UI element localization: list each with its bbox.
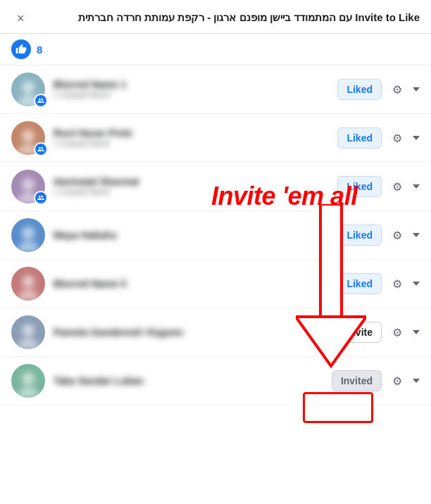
- avatar-wrap: [11, 315, 45, 349]
- dropdown-arrow-icon[interactable]: [413, 136, 420, 140]
- avatar-wrap: [11, 121, 45, 155]
- gear-button[interactable]: ⚙: [387, 274, 407, 294]
- action-area: Liked⚙: [337, 79, 420, 100]
- user-row: Maya HabahuLiked⚙: [0, 211, 431, 260]
- user-name: Roni Havar Pretz: [54, 127, 337, 139]
- user-info: Taka Sandar Luban: [54, 375, 332, 386]
- user-row: Taka Sandar LubanInvited⚙: [0, 357, 431, 405]
- liked-button[interactable]: Liked: [337, 127, 382, 149]
- gear-button[interactable]: ⚙: [387, 322, 407, 342]
- dropdown-arrow-icon[interactable]: [413, 330, 420, 334]
- user-info: Havivatal Sharmat1 mutual friend: [54, 176, 337, 197]
- avatar: [11, 218, 45, 252]
- avatar-wrap: [11, 267, 45, 301]
- avatar: [11, 315, 45, 349]
- user-info: Pamela Ganderesh Vizgunn: [54, 327, 337, 338]
- gear-button[interactable]: ⚙: [387, 177, 407, 196]
- gear-button[interactable]: ⚙: [387, 128, 407, 148]
- dropdown-arrow-icon[interactable]: [413, 282, 420, 286]
- close-button[interactable]: ×: [17, 11, 25, 26]
- action-area: Invite⚙: [337, 322, 420, 343]
- user-name: Blurred Name 1: [54, 79, 337, 90]
- action-area: Liked⚙: [337, 273, 420, 294]
- avatar-wrap: [11, 170, 45, 203]
- dropdown-arrow-icon[interactable]: [413, 87, 420, 92]
- avatar: [11, 364, 45, 398]
- user-name: Blurred Name 5: [54, 278, 337, 289]
- user-info: Blurred Name 11 mutual friend: [54, 79, 337, 100]
- user-name: Maya Habahu: [54, 229, 337, 241]
- dropdown-arrow-icon[interactable]: [413, 233, 420, 237]
- friend-badge-icon: [34, 142, 48, 156]
- dialog-title: Invite to Like עם המתמודד ביישן מופנם אר…: [78, 10, 420, 25]
- action-area: Liked⚙: [337, 225, 420, 246]
- liked-button[interactable]: Liked: [337, 273, 382, 294]
- invited-button[interactable]: Invited: [332, 370, 382, 391]
- liked-button[interactable]: Liked: [337, 79, 382, 100]
- user-info: Roni Havar Pretz1 mutual friend: [54, 127, 337, 149]
- dropdown-arrow-icon[interactable]: [413, 379, 420, 383]
- user-row: Pamela Ganderesh VizgunnInvite⚙: [0, 308, 431, 357]
- thumbs-up-icon: [15, 44, 27, 55]
- action-area: Liked⚙: [337, 127, 420, 149]
- user-mutual: 1 mutual friend: [54, 139, 337, 149]
- friend-badge-icon: [34, 94, 48, 108]
- dialog-header: × Invite to Like עם המתמודד ביישן מופנם …: [0, 0, 431, 34]
- user-info: Maya Habahu: [54, 229, 337, 241]
- avatar-wrap: [11, 73, 45, 106]
- user-name: Taka Sandar Luban: [54, 375, 332, 386]
- user-row: Havivatal Sharmat1 mutual friendLiked⚙: [0, 163, 431, 211]
- likes-count: 8: [37, 44, 42, 56]
- user-name: Havivatal Sharmat: [54, 176, 337, 187]
- action-area: Invited⚙: [332, 370, 420, 391]
- liked-button[interactable]: Liked: [337, 225, 382, 246]
- avatar-wrap: [11, 364, 45, 398]
- liked-button[interactable]: Liked: [337, 176, 382, 197]
- user-list: Blurred Name 11 mutual friendLiked⚙Roni …: [0, 65, 431, 405]
- dialog-container: × Invite to Like עם המתמודד ביישן מופנם …: [0, 0, 431, 405]
- user-info: Blurred Name 5: [54, 278, 337, 289]
- invite-button[interactable]: Invite: [337, 322, 382, 343]
- action-area: Liked⚙: [337, 176, 420, 197]
- likes-count-bar: 8: [0, 34, 431, 65]
- user-row: Blurred Name 11 mutual friendLiked⚙: [0, 65, 431, 114]
- like-icon: [11, 39, 31, 59]
- user-name: Pamela Ganderesh Vizgunn: [54, 327, 337, 338]
- gear-button[interactable]: ⚙: [387, 371, 407, 391]
- dropdown-arrow-icon[interactable]: [413, 184, 420, 189]
- user-mutual: 1 mutual friend: [54, 90, 337, 100]
- avatar-wrap: [11, 218, 45, 252]
- user-row: Blurred Name 5Liked⚙: [0, 260, 431, 308]
- friend-badge-icon: [34, 191, 48, 205]
- avatar: [11, 267, 45, 301]
- gear-button[interactable]: ⚙: [387, 80, 407, 99]
- user-mutual: 1 mutual friend: [54, 187, 337, 197]
- gear-button[interactable]: ⚙: [387, 225, 407, 245]
- user-row: Roni Havar Pretz1 mutual friendLiked⚙: [0, 114, 431, 163]
